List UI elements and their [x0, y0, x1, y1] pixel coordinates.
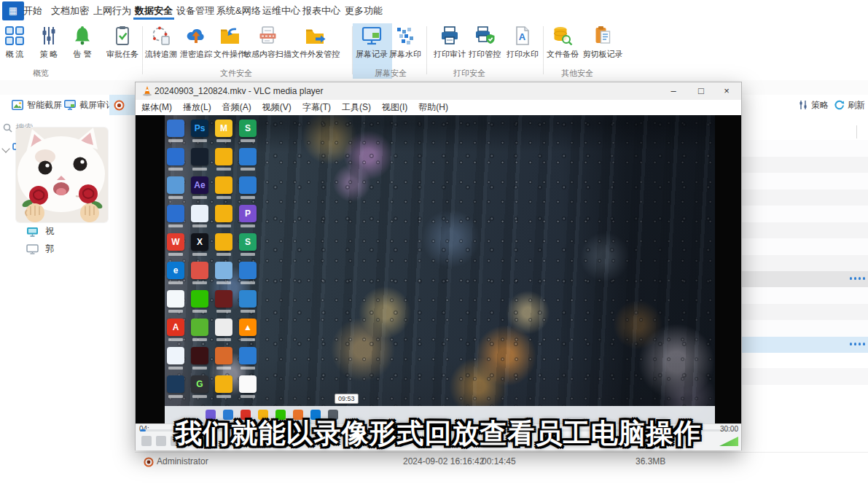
tree-item-guo[interactable]: 郭: [26, 242, 54, 255]
menu-item-start[interactable]: 开始: [20, 0, 45, 21]
desktop-app-icon: [239, 375, 257, 393]
menu-item-more[interactable]: 更多功能: [342, 0, 386, 21]
ribbon-button-label: 打印管控: [469, 49, 501, 60]
vlc-menu-help[interactable]: 帮助(H): [418, 101, 448, 114]
desktop-app-icon: [239, 347, 257, 364]
vlc-menu-video[interactable]: 视频(V): [262, 101, 292, 114]
tree-item-zhu[interactable]: 祝: [26, 224, 54, 238]
ribbon-button-approval-tasks[interactable]: 审批任务: [106, 25, 138, 60]
svg-text:A: A: [519, 31, 526, 42]
bell-icon: [71, 25, 93, 47]
ribbon-group-label: 其他安全: [561, 68, 593, 79]
vlc-cone-icon: [141, 85, 153, 97]
screen: ▦ 开始 文档加密 上网行为 数据安全 设备管理 系统&网络 运维中心 报表中心…: [0, 0, 868, 492]
tab-screenshot-audit[interactable]: 截屏审计: [64, 97, 114, 113]
desktop-app-icon: [191, 290, 208, 308]
ribbon-button-label: 流转追溯: [145, 49, 177, 60]
desktop-app-icon: S: [239, 120, 257, 137]
search-icon: [3, 123, 12, 133]
grid-icon: [4, 25, 26, 47]
vlc-titlebar[interactable]: 20240903_120824.mkv - VLC media player –…: [136, 82, 741, 100]
computer-online-icon: [26, 227, 39, 237]
ribbon-group-label: 概览: [33, 68, 49, 79]
main-menubar: ▦ 开始 文档加密 上网行为 数据安全 设备管理 系统&网络 运维中心 报表中心…: [0, 0, 868, 23]
ribbon-button-leak-track[interactable]: 泄密追踪: [180, 25, 212, 60]
vlc-window[interactable]: 20240903_120824.mkv - VLC media player –…: [135, 82, 742, 450]
menu-item-ops-center[interactable]: 运维中心: [259, 0, 303, 21]
ribbon-button-file-outgoing-control[interactable]: 文件外发管控: [292, 25, 340, 60]
desktop-app-icon: [215, 148, 232, 165]
desktop-app-icon: [215, 233, 232, 251]
menu-item-doc-encrypt[interactable]: 文档加密: [48, 0, 92, 21]
vlc-menu-playback[interactable]: 播放(L): [183, 101, 211, 114]
menu-item-report-center[interactable]: 报表中心: [300, 0, 343, 21]
policy-button[interactable]: 策略: [798, 98, 829, 112]
database-search-icon: [552, 25, 574, 47]
ribbon-button-screen-record[interactable]: 屏幕记录: [356, 25, 388, 60]
ribbon-button-policy[interactable]: 策 略: [38, 25, 60, 60]
cat-meme-sticker: [16, 128, 108, 222]
refresh-button[interactable]: 刷新: [834, 98, 865, 112]
ribbon-button-label: 剪切板记录: [583, 49, 623, 60]
vlc-menu-subtitle[interactable]: 字幕(T): [302, 101, 331, 114]
desktop-app-icon: [167, 375, 184, 393]
ribbon-button-flow-trace[interactable]: 流转追溯: [145, 25, 177, 60]
desktop-icons-grid: PsMSAePWXSeA▲G: [165, 115, 310, 423]
ribbon-button-file-ops[interactable]: 文件操作: [214, 25, 246, 60]
ribbon-button-print-audit[interactable]: 打印审计: [434, 25, 466, 60]
ribbon-button-label: 策 略: [39, 49, 58, 60]
table-row-recording[interactable]: Administrator 2024-09-02 16:16:42 00:14:…: [135, 452, 868, 472]
menu-item-device-mgmt[interactable]: 设备管理: [173, 0, 217, 21]
tree-item-label: 郭: [45, 243, 54, 254]
row-more-actions-icon[interactable]: [850, 277, 866, 280]
tab-smart-screenshot[interactable]: 智能截屏: [12, 97, 62, 113]
row-more-actions-icon[interactable]: [850, 343, 866, 345]
menu-item-web-behavior[interactable]: 上网行为: [90, 0, 134, 21]
picture-icon: [12, 100, 23, 110]
desktop-app-icon: [191, 319, 208, 336]
desktop-app-icon: [167, 176, 184, 194]
refresh-icon: [834, 100, 845, 111]
desktop-app-icon: ▲: [239, 319, 257, 336]
ribbon-button-print-watermark[interactable]: A 打印水印: [507, 25, 539, 60]
maximize-button[interactable]: □: [690, 84, 712, 98]
ribbon-button-alerts[interactable]: 告 警: [71, 25, 93, 60]
ribbon-button-file-backup[interactable]: 文件备份: [547, 25, 579, 60]
menu-item-data-security[interactable]: 数据安全: [132, 0, 176, 21]
ribbon-button-content-scan[interactable]: 敏感内容扫描: [243, 25, 292, 60]
vlc-menu-media[interactable]: 媒体(M): [141, 101, 172, 114]
sliders-icon: [38, 25, 60, 47]
refresh-button-label: 刷新: [848, 99, 865, 112]
vlc-menu-tools[interactable]: 工具(S): [342, 101, 371, 114]
desktop-app-icon: [239, 148, 257, 165]
trace-cycle-icon: [150, 25, 172, 47]
desktop-app-icon: [167, 290, 184, 308]
desktop-app-icon: [215, 262, 232, 279]
menu-item-system-network[interactable]: 系统&网络: [214, 0, 264, 21]
minimize-button[interactable]: –: [662, 84, 684, 98]
ribbon-button-overview[interactable]: 概 流: [4, 25, 26, 60]
ribbon-button-screen-watermark[interactable]: 屏幕水印: [389, 25, 421, 60]
desktop-app-icon: A: [167, 319, 184, 336]
vlc-menu-view[interactable]: 视图(I): [382, 101, 407, 114]
monitor-icon: [64, 100, 76, 110]
document-scan-icon: [257, 25, 278, 47]
cell-datetime: 2024-09-02 16:16:42: [403, 456, 484, 466]
vlc-video-area[interactable]: PsMSAePWXSeA▲G 09:53: [136, 115, 741, 423]
table-header-divider: [856, 125, 857, 138]
ribbon-button-clipboard-record[interactable]: 剪切板记录: [583, 25, 623, 60]
screen-record-icon: [361, 25, 383, 47]
close-button[interactable]: ×: [716, 84, 738, 98]
policy-button-label: 策略: [811, 99, 829, 112]
ribbon-button-label: 文件外发管控: [292, 49, 340, 60]
cell-duration: 00:14:45: [482, 456, 516, 466]
vlc-menubar: 媒体(M) 播放(L) 音频(A) 视频(V) 字幕(T) 工具(S) 视图(I…: [136, 100, 741, 115]
tab-label: 智能截屏: [27, 99, 62, 112]
ribbon-button-label: 打印审计: [434, 49, 466, 60]
cat-with-roses-image: [16, 128, 108, 222]
vlc-menu-audio[interactable]: 音频(A): [222, 101, 251, 114]
desktop-app-icon: M: [215, 120, 232, 137]
ribbon-button-print-control[interactable]: 打印管控: [469, 25, 501, 60]
tree-item-label: 祝: [45, 226, 54, 236]
chevron-down-icon[interactable]: [1, 144, 9, 152]
